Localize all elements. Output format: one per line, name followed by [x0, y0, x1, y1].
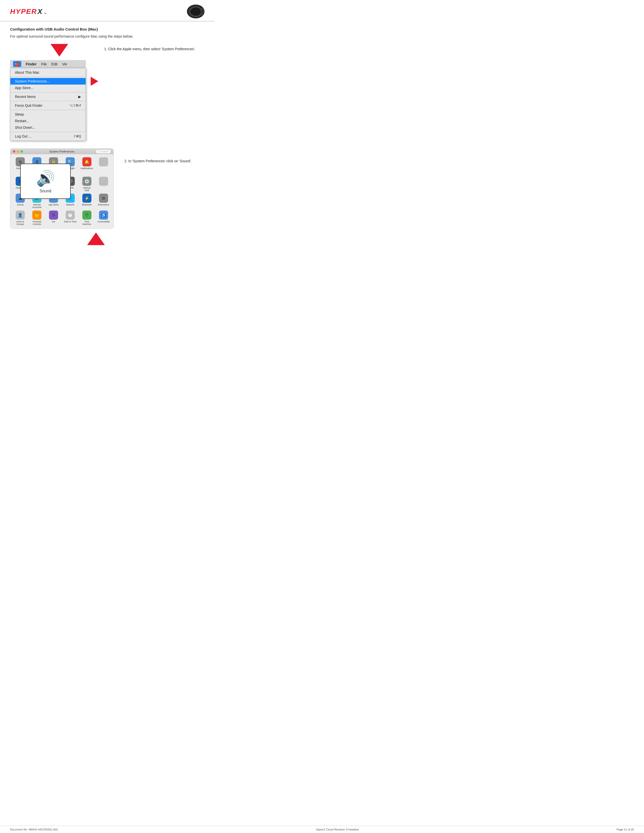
edit-menu: Edit	[51, 62, 57, 66]
step-1-instructions: Click the Apple menu, then select 'Syste…	[103, 44, 204, 52]
pref-parental[interactable]: 👶 Parental Controls	[29, 211, 44, 225]
sysprefs-search[interactable]: Q Search	[96, 150, 111, 154]
internet-label: Internet Accounts	[32, 203, 42, 209]
pref-empty1	[96, 157, 111, 175]
headset-image	[187, 5, 204, 18]
logo-x: X	[37, 8, 43, 16]
system-preferences-item[interactable]: System Preferences...	[10, 78, 85, 85]
step-1-row: 🍎 Finder File Edit Vie About This Mac Sy…	[10, 44, 204, 141]
datetime-icon: 🕐	[66, 211, 75, 220]
pref-datetime[interactable]: 🕐 Date & Time	[63, 211, 77, 225]
logout-item[interactable]: Log Out ... ⇧⌘Q	[10, 133, 85, 140]
minimize-button[interactable]	[17, 150, 19, 153]
sysprefs-titlebar: System Preferences Q Search	[10, 149, 113, 154]
sound-overlay-box: 🔊 Sound	[20, 164, 71, 199]
finder-menu: Finder	[26, 62, 37, 66]
force-quit-shortcut: ⌥⇧⌘↺	[69, 104, 81, 107]
sysprefs-title: System Preferences	[49, 150, 74, 153]
step-2-visual: System Preferences Q Search ⚙ General 🖥 …	[10, 148, 116, 244]
force-quit-item[interactable]: Force Quit Finder ⌥⇧⌘↺	[10, 102, 85, 109]
sound-big-icon: 🔊	[36, 169, 55, 187]
users-label: Users & Groups	[16, 220, 24, 225]
pref-bluetooth[interactable]: ⚡ Bluetooth	[80, 194, 94, 209]
datetime-label: Date & Time	[64, 220, 77, 223]
apple-menu-icon: 🍎	[13, 61, 21, 67]
system-preferences-label: System Preferences...	[15, 79, 50, 83]
pref-startup[interactable]: 💿 Startup Disk	[80, 177, 94, 191]
pref-siri[interactable]: S Siri	[46, 211, 61, 225]
bluetooth-label: Bluetooth	[82, 203, 92, 206]
network-label: Network	[66, 203, 74, 206]
pref-empty2	[96, 177, 111, 191]
appstore-label: App Store	[48, 203, 59, 206]
pref-extensions[interactable]: ⚙ Extensions	[96, 194, 111, 209]
startup-label: Startup Disk	[83, 187, 90, 191]
sleep-item[interactable]: Sleep	[10, 111, 85, 117]
step-2-row: System Preferences Q Search ⚙ General 🖥 …	[10, 148, 204, 244]
pref-notifications[interactable]: 🔔 Notifications	[80, 157, 94, 175]
extensions-icon: ⚙	[99, 194, 108, 203]
parental-label: Parental Controls	[32, 220, 41, 225]
file-menu: File	[41, 62, 47, 66]
pref-timemachine[interactable]: ⏱ Time Machine	[80, 211, 94, 225]
accessibility-icon: ♿	[99, 211, 108, 220]
timemachine-icon: ⏱	[82, 211, 92, 220]
bluetooth-icon: ⚡	[82, 194, 92, 203]
pref-accessibility[interactable]: ♿ Accessibility	[96, 211, 111, 225]
extensions-label: Extensions	[98, 203, 109, 206]
empty1-icon	[99, 157, 108, 166]
logo-hyper: HYPER	[10, 8, 37, 16]
intro-text: For optimal surround sound performance c…	[10, 34, 204, 39]
recent-items-item[interactable]: Recent Items ▶	[10, 93, 85, 100]
force-quit-label: Force Quit Finder	[15, 103, 42, 108]
recent-items-label: Recent Items	[15, 95, 35, 99]
timemachine-label: Time Machine	[82, 220, 91, 225]
step-2-instructions: In 'System Preferences' click on 'Sound'…	[124, 148, 204, 164]
sound-overlay-label: Sound	[40, 189, 51, 193]
arrow-down-icon	[50, 44, 68, 56]
window-controls	[13, 150, 23, 153]
arrow-right-icon	[91, 77, 98, 86]
submenu-arrow-icon: ▶	[78, 95, 81, 99]
close-button[interactable]	[13, 150, 15, 153]
logout-shortcut: ⇧⌘Q	[73, 135, 81, 138]
icloud-label: iCloud	[17, 203, 24, 206]
parental-icon: 👶	[32, 211, 42, 220]
view-menu: Vie	[62, 62, 67, 66]
startup-icon: 💿	[82, 177, 92, 186]
app-store-item[interactable]: App Store...	[10, 85, 85, 91]
arrow-up-icon	[87, 233, 105, 246]
siri-icon: S	[49, 211, 58, 220]
empty2-icon	[99, 177, 108, 186]
hyper-logo: HYPER X ™	[10, 8, 47, 16]
maximize-button[interactable]	[21, 150, 23, 153]
step-2-text: In 'System Preferences' click on 'Sound'…	[128, 159, 204, 164]
shutdown-item[interactable]: Shut Down...	[10, 124, 85, 131]
sysprefs-wrapper: System Preferences Q Search ⚙ General 🖥 …	[10, 148, 116, 244]
about-this-mac-item[interactable]: About This Mac	[10, 69, 85, 76]
step-1-visual: 🍎 Finder File Edit Vie About This Mac Sy…	[10, 44, 96, 141]
logo-trademark: ™	[43, 12, 47, 16]
page-header: HYPER X ™	[0, 0, 215, 21]
accessibility-label: Accessibility	[97, 220, 109, 223]
notifications-label: Notifications	[80, 167, 93, 170]
step-1-text: Click the Apple menu, then select 'Syste…	[108, 47, 204, 52]
pref-users[interactable]: 👤 Users & Groups	[13, 211, 27, 225]
logout-label: Log Out ...	[15, 134, 31, 138]
users-icon: 👤	[16, 211, 25, 220]
section-title: Configuration with USB Audio Control Box…	[10, 27, 204, 31]
restart-item[interactable]: Restart...	[10, 117, 85, 124]
notifications-icon: 🔔	[82, 157, 92, 166]
main-content: Configuration with USB Audio Control Box…	[0, 21, 215, 257]
mac-menubar: 🍎 Finder File Edit Vie	[10, 60, 86, 68]
apple-dropdown: About This Mac System Preferences... App…	[10, 68, 86, 141]
siri-label: Siri	[52, 220, 55, 223]
